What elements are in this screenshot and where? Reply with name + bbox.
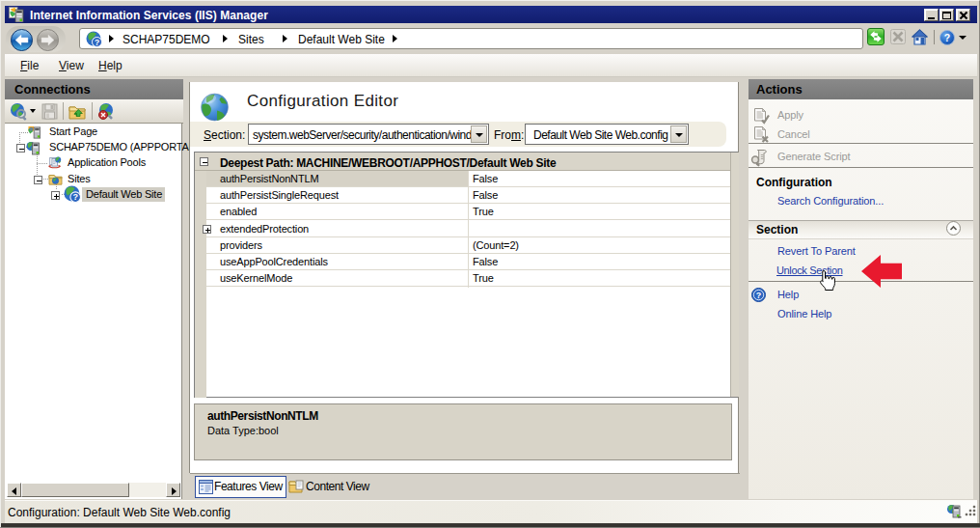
svg-text:?: ?	[95, 38, 99, 47]
svg-text:?: ?	[944, 32, 950, 43]
svg-text:?: ?	[756, 291, 762, 300]
svg-text:?: ?	[72, 192, 78, 202]
